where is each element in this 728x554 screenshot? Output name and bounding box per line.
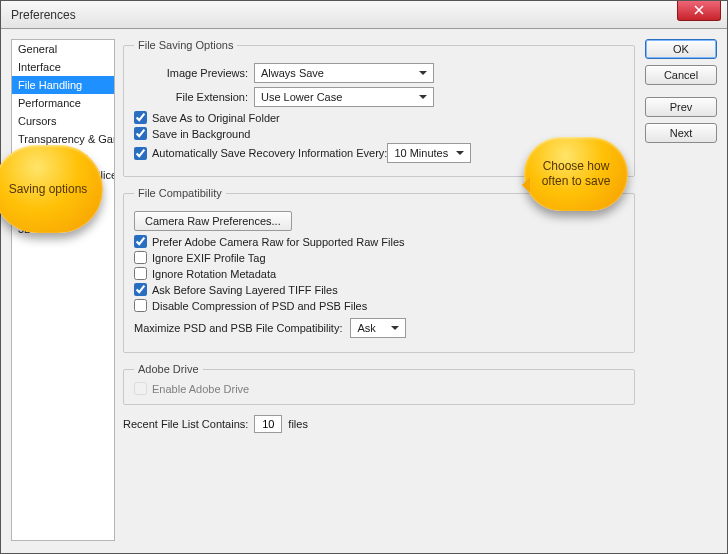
title-bar: Preferences bbox=[1, 1, 727, 29]
sidebar-item-label: Performance bbox=[18, 97, 81, 109]
image-previews-select[interactable]: Always Save bbox=[254, 63, 434, 83]
checkbox-input bbox=[134, 382, 147, 395]
group-legend: Adobe Drive bbox=[134, 363, 203, 375]
camera-raw-prefs-button[interactable]: Camera Raw Preferences... bbox=[134, 211, 292, 231]
sidebar-item-interface[interactable]: Interface bbox=[12, 58, 114, 76]
select-value: 10 Minutes bbox=[394, 144, 448, 162]
cancel-button[interactable]: Cancel bbox=[645, 65, 717, 85]
client-area: General Interface File Handling Performa… bbox=[1, 29, 727, 553]
checkbox-label: Ignore EXIF Profile Tag bbox=[152, 252, 266, 264]
annotation-autosave: Choose how often to save bbox=[524, 137, 628, 211]
sidebar-item-file-handling[interactable]: File Handling bbox=[12, 76, 114, 94]
group-legend: File Compatibility bbox=[134, 187, 226, 199]
main-panel: File Saving Options Image Previews: Alwa… bbox=[123, 39, 635, 541]
checkbox-label: Save in Background bbox=[152, 128, 250, 140]
sidebar-item-cursors[interactable]: Cursors bbox=[12, 112, 114, 130]
window-title: Preferences bbox=[11, 8, 76, 22]
checkbox-input[interactable] bbox=[134, 111, 147, 124]
checkbox-label: Ask Before Saving Layered TIFF Files bbox=[152, 284, 338, 296]
group-legend: File Saving Options bbox=[134, 39, 237, 51]
window-close-button[interactable] bbox=[677, 1, 721, 21]
checkbox-label: Save As to Original Folder bbox=[152, 112, 280, 124]
max-compat-label: Maximize PSD and PSB File Compatibility: bbox=[134, 322, 342, 334]
checkbox-input[interactable] bbox=[134, 299, 147, 312]
file-extension-select[interactable]: Use Lower Case bbox=[254, 87, 434, 107]
select-value: Always Save bbox=[261, 64, 324, 82]
file-extension-label: File Extension: bbox=[134, 91, 254, 103]
next-button[interactable]: Next bbox=[645, 123, 717, 143]
checkbox-label: Automatically Save Recovery Information … bbox=[152, 147, 387, 159]
recent-count-input[interactable] bbox=[254, 415, 282, 433]
autosave-interval-select[interactable]: 10 Minutes bbox=[387, 143, 471, 163]
preferences-window: Preferences General Interface File Handl… bbox=[0, 0, 728, 554]
checkbox-label: Enable Adobe Drive bbox=[152, 383, 249, 395]
file-compatibility-group: File Compatibility Camera Raw Preference… bbox=[123, 187, 635, 353]
prefer-adobe-raw-checkbox[interactable]: Prefer Adobe Camera Raw for Supported Ra… bbox=[134, 235, 624, 248]
file-saving-options-group: File Saving Options Image Previews: Alwa… bbox=[123, 39, 635, 177]
save-as-original-checkbox[interactable]: Save As to Original Folder bbox=[134, 111, 624, 124]
ask-tiff-checkbox[interactable]: Ask Before Saving Layered TIFF Files bbox=[134, 283, 624, 296]
image-previews-label: Image Previews: bbox=[134, 67, 254, 79]
prev-button[interactable]: Prev bbox=[645, 97, 717, 117]
recent-label-post: files bbox=[288, 418, 308, 430]
sidebar-item-performance[interactable]: Performance bbox=[12, 94, 114, 112]
sidebar-item-general[interactable]: General bbox=[12, 40, 114, 58]
sidebar-item-label: Transparency & Gamut bbox=[18, 133, 114, 145]
select-value: Ask bbox=[357, 319, 375, 337]
annotation-text: Choose how often to save bbox=[536, 159, 616, 189]
recent-files-row: Recent File List Contains: files bbox=[123, 415, 635, 433]
sidebar-item-label: General bbox=[18, 43, 57, 55]
annotation-saving-options: Saving options bbox=[0, 145, 103, 233]
category-sidebar: General Interface File Handling Performa… bbox=[11, 39, 115, 541]
disable-compression-checkbox[interactable]: Disable Compression of PSD and PSB Files bbox=[134, 299, 624, 312]
autosave-checkbox[interactable] bbox=[134, 147, 147, 160]
dialog-buttons: OK Cancel Prev Next bbox=[645, 39, 717, 149]
recent-label-pre: Recent File List Contains: bbox=[123, 418, 248, 430]
ignore-rotation-checkbox[interactable]: Ignore Rotation Metadata bbox=[134, 267, 624, 280]
checkbox-input[interactable] bbox=[134, 251, 147, 264]
checkbox-label: Disable Compression of PSD and PSB Files bbox=[152, 300, 367, 312]
checkbox-input[interactable] bbox=[134, 267, 147, 280]
sidebar-item-label: File Handling bbox=[18, 79, 82, 91]
select-value: Use Lower Case bbox=[261, 88, 342, 106]
checkbox-label: Prefer Adobe Camera Raw for Supported Ra… bbox=[152, 236, 405, 248]
checkbox-input[interactable] bbox=[134, 283, 147, 296]
adobe-drive-group: Adobe Drive Enable Adobe Drive bbox=[123, 363, 635, 405]
enable-adobe-drive-checkbox: Enable Adobe Drive bbox=[134, 382, 624, 395]
ignore-exif-checkbox[interactable]: Ignore EXIF Profile Tag bbox=[134, 251, 624, 264]
annotation-text: Saving options bbox=[9, 182, 88, 196]
checkbox-label: Ignore Rotation Metadata bbox=[152, 268, 276, 280]
ok-button[interactable]: OK bbox=[645, 39, 717, 59]
close-icon bbox=[694, 5, 704, 15]
checkbox-input[interactable] bbox=[134, 127, 147, 140]
checkbox-input[interactable] bbox=[134, 235, 147, 248]
sidebar-item-label: Cursors bbox=[18, 115, 57, 127]
max-compat-select[interactable]: Ask bbox=[350, 318, 406, 338]
sidebar-item-label: Interface bbox=[18, 61, 61, 73]
